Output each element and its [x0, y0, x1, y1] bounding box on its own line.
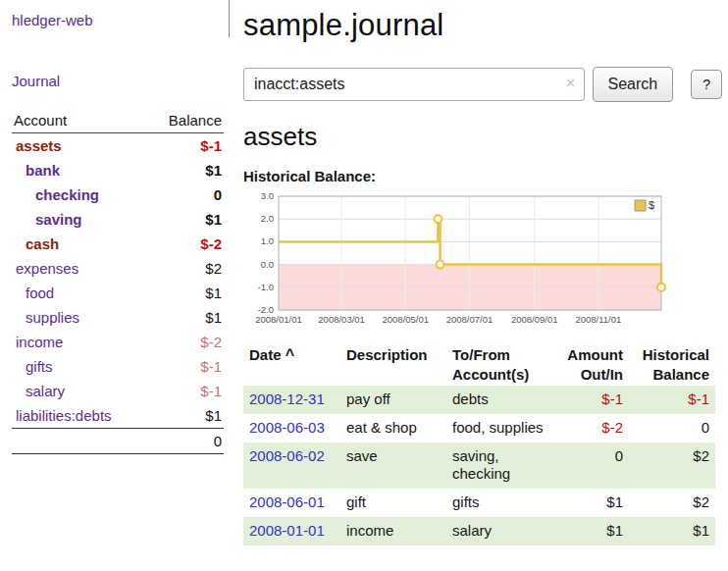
- transaction-description: eat & shop: [340, 414, 446, 442]
- account-link[interactable]: liabilities:debts: [16, 407, 112, 424]
- transaction-accounts: saving, checking: [446, 442, 558, 490]
- accounts-header-balance: Balance: [147, 108, 224, 133]
- accounts-table: Account Balance assets$-1bank$1checking0…: [12, 108, 224, 454]
- account-link[interactable]: bank: [26, 162, 60, 179]
- transaction-amount: $-1: [558, 386, 629, 414]
- accounts-list: assets$-1bank$1checking0saving$1cash$-2e…: [12, 133, 224, 429]
- transaction-accounts: debts: [446, 386, 558, 414]
- register-row: 2008-12-31pay offdebts$-1$-1: [243, 386, 715, 414]
- journal-link[interactable]: Journal: [12, 73, 60, 89]
- account-row: gifts$-1: [12, 354, 224, 379]
- account-balance: $-2: [147, 330, 224, 354]
- transaction-description: income: [340, 517, 446, 545]
- transaction-accounts: gifts: [446, 489, 558, 517]
- account-name-cell: expenses: [12, 256, 147, 281]
- account-row: expenses$2: [12, 256, 224, 281]
- account-row: assets$-1: [12, 133, 224, 159]
- search-input[interactable]: [243, 68, 585, 101]
- chart-xtick-label: 2008/03/01: [318, 314, 365, 325]
- account-link[interactable]: income: [16, 334, 63, 350]
- transaction-amount: $1: [558, 517, 629, 545]
- page-title: sample.journal: [243, 8, 722, 43]
- help-button[interactable]: ?: [691, 70, 722, 99]
- search-box: ×: [243, 68, 585, 101]
- transaction-date-link[interactable]: 2008-12-31: [249, 390, 325, 407]
- account-name-cell: income: [12, 330, 147, 354]
- account-name-cell: liabilities:debts: [12, 403, 147, 429]
- transaction-date-cell: 2008-06-01: [243, 489, 340, 517]
- register-header-amount: Amount Out/In: [558, 343, 629, 386]
- clear-search-icon[interactable]: ×: [566, 75, 576, 91]
- chart-xtick-label: 2008/07/01: [446, 314, 494, 325]
- transaction-date-cell: 2008-06-03: [243, 414, 340, 442]
- account-link[interactable]: food: [26, 285, 54, 301]
- transaction-date-link[interactable]: 2008-06-01: [249, 493, 325, 510]
- transaction-date-cell: 2008-01-01: [243, 517, 340, 545]
- register-row: 2008-01-01incomesalary$1$1: [243, 517, 715, 545]
- accounts-header-row: Account Balance: [12, 108, 224, 133]
- account-balance: $-1: [147, 133, 224, 159]
- chart-ytick-label: -1.0: [258, 282, 274, 292]
- account-row: cash$-2: [12, 232, 224, 256]
- register-row: 2008-06-01giftgifts$1$2: [243, 489, 715, 517]
- account-link[interactable]: checking: [35, 186, 99, 203]
- transaction-accounts: salary: [446, 517, 558, 545]
- transaction-description: gift: [340, 489, 446, 517]
- transaction-balance: 0: [629, 414, 715, 442]
- chart-marker: [657, 284, 665, 291]
- transaction-amount: $1: [558, 489, 629, 517]
- account-name-cell: assets: [12, 133, 147, 159]
- register-header-accounts: To/From Account(s): [446, 343, 558, 386]
- transaction-date-link[interactable]: 2008-01-01: [249, 522, 325, 539]
- account-link[interactable]: cash: [26, 235, 59, 252]
- account-row: checking0: [12, 182, 224, 207]
- chart-marker: [434, 215, 442, 223]
- account-name-cell: supplies: [12, 305, 147, 330]
- account-row: food$1: [12, 281, 224, 305]
- accounts-header-account: Account: [12, 108, 147, 133]
- account-name-cell: gifts: [12, 354, 147, 379]
- account-name-cell: food: [12, 281, 147, 305]
- search-bar: × Search ?: [243, 67, 722, 102]
- app-title-link[interactable]: hledger-web: [12, 12, 93, 28]
- chart-legend-label: $: [649, 199, 654, 211]
- register-header-date[interactable]: Date ^: [243, 343, 340, 386]
- account-name-cell: salary: [12, 379, 147, 403]
- chart-marker: [437, 261, 444, 269]
- account-balance: $1: [147, 158, 224, 182]
- sidebar: hledger-web Journal Account Balance asse…: [0, 0, 234, 454]
- account-link[interactable]: saving: [35, 211, 82, 228]
- balance-chart: 3.02.01.00.0-1.0-2.02008/01/012008/03/01…: [243, 188, 671, 334]
- account-balance: $1: [147, 403, 224, 429]
- account-name-cell: checking: [12, 182, 147, 207]
- account-link[interactable]: gifts: [26, 358, 53, 375]
- accounts-total-balance: 0: [147, 429, 224, 454]
- sort-asc-icon: ^: [286, 346, 294, 363]
- register-body: 2008-12-31pay offdebts$-1$-12008-06-03ea…: [243, 386, 715, 545]
- transaction-balance: $2: [629, 442, 715, 490]
- account-link[interactable]: salary: [26, 383, 65, 399]
- transaction-date-link[interactable]: 2008-06-03: [249, 419, 325, 436]
- account-balance: $-2: [147, 232, 224, 256]
- transaction-description: save: [340, 442, 446, 490]
- account-row: salary$-1: [12, 379, 224, 403]
- account-balance: $1: [147, 207, 224, 232]
- transaction-amount: 0: [558, 442, 629, 490]
- chart-ytick-label: 3.0: [261, 190, 274, 201]
- chart-legend-swatch: [635, 200, 646, 211]
- register-row: 2008-06-02savesaving, checking0$2: [243, 442, 715, 490]
- chart-ytick-label: 0.0: [261, 259, 274, 270]
- account-balance: $1: [147, 281, 224, 305]
- account-row: income$-2: [12, 330, 224, 354]
- account-link[interactable]: supplies: [26, 309, 79, 326]
- transaction-balance: $-1: [629, 386, 715, 414]
- account-link[interactable]: expenses: [16, 260, 78, 277]
- transaction-date-cell: 2008-06-02: [243, 442, 340, 490]
- main-content: sample.journal × Search ? assets Histori…: [243, 0, 728, 545]
- account-row: supplies$1: [12, 305, 224, 330]
- account-name-cell: cash: [12, 232, 147, 256]
- search-button[interactable]: Search: [593, 67, 674, 102]
- account-link[interactable]: assets: [16, 137, 62, 154]
- transaction-date-link[interactable]: 2008-06-02: [249, 447, 325, 464]
- chart-xtick-label: 2008/01/01: [255, 314, 302, 325]
